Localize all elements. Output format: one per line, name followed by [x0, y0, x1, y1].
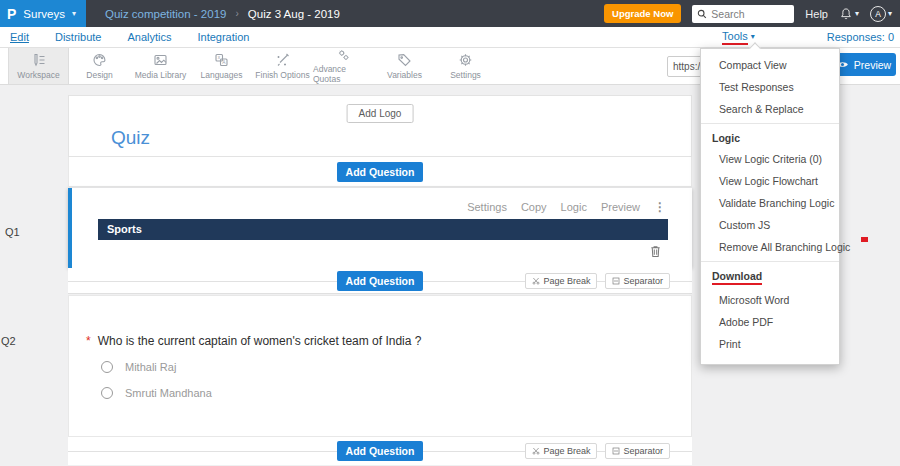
responses-count[interactable]: Responses: 0 [827, 31, 894, 43]
add-question-zone-mid: Add Question Page Break Separator [68, 268, 692, 294]
proprofs-logo-icon: P [7, 6, 16, 22]
question-card-q1[interactable]: Settings Copy Logic Preview ⋮ Sports [68, 188, 692, 268]
question-settings-link[interactable]: Settings [467, 201, 507, 213]
question-text[interactable]: Who is the current captain of women's cr… [98, 334, 422, 348]
menu-item-compact-view[interactable]: Compact View [701, 54, 839, 76]
menu-item-view-logic-flowchart[interactable]: View Logic Flowchart [701, 170, 839, 192]
toolbar-item-settings[interactable]: Settings [435, 48, 496, 84]
nav-right: Tools ▾ Responses: 0 [722, 30, 900, 45]
menu-item-test-responses[interactable]: Test Responses [701, 76, 839, 98]
product-switcher[interactable]: P Surveys ▾ [0, 0, 86, 27]
toolbar-item-languages[interactable]: xA Languages [191, 48, 252, 84]
chevron-right-icon: › [235, 8, 238, 19]
divider [701, 261, 839, 262]
tab-integration[interactable]: Integration [197, 31, 249, 43]
menu-item-custom-js[interactable]: Custom JS [701, 214, 839, 236]
question-copy-link[interactable]: Copy [521, 201, 547, 213]
page-break-button[interactable]: Page Break [525, 273, 597, 289]
add-question-zone-bottom: Add Question Page Break Separator [68, 437, 692, 465]
menu-item-microsoft-word[interactable]: Microsoft Word [701, 289, 839, 311]
avatar: A [870, 6, 886, 22]
add-question-button[interactable]: Add Question [337, 271, 424, 291]
image-icon [152, 52, 169, 68]
help-link[interactable]: Help [805, 8, 828, 20]
scissors-icon [532, 277, 540, 285]
radio-button[interactable] [101, 361, 113, 373]
toolbar-item-variables[interactable]: Variables [374, 48, 435, 84]
tab-analytics[interactable]: Analytics [127, 31, 171, 43]
search-input[interactable] [711, 8, 789, 20]
separator-button[interactable]: Separator [605, 443, 670, 459]
add-logo-button[interactable]: Add Logo [347, 104, 414, 123]
breadcrumb: Quiz competition - 2019 › Quiz 3 Aug - 2… [105, 8, 340, 20]
bell-icon [839, 7, 853, 21]
caret-down-icon: ▾ [888, 10, 892, 18]
notifications-menu[interactable]: ▾ [839, 7, 859, 21]
option-label[interactable]: Smruti Mandhana [125, 387, 212, 399]
question-actions: Settings Copy Logic Preview ⋮ [467, 200, 666, 214]
question-logic-link[interactable]: Logic [561, 201, 587, 213]
toolbar-item-label: Languages [200, 70, 242, 80]
separator-icon [612, 277, 620, 285]
menu-section-logic: Logic [701, 127, 839, 148]
break-buttons: Page Break Separator [525, 273, 670, 289]
tools-label: Tools [722, 30, 748, 45]
tab-distribute[interactable]: Distribute [55, 31, 101, 43]
account-menu[interactable]: A ▾ [870, 6, 892, 22]
section-title-bar[interactable]: Sports [98, 219, 668, 240]
toolbar-item-finish-options[interactable]: Finish Options [252, 48, 313, 84]
search-icon [697, 9, 707, 19]
add-question-button[interactable]: Add Question [337, 441, 424, 461]
gear-icon [457, 52, 474, 68]
page-break-label: Page Break [543, 446, 590, 456]
caret-down-icon: ▾ [72, 10, 76, 18]
add-question-zone-top: Add Question [68, 157, 692, 187]
caret-down-icon: ▾ [855, 10, 859, 18]
page-break-button[interactable]: Page Break [525, 443, 597, 459]
option-label[interactable]: Mithali Raj [125, 361, 176, 373]
survey-panel: Add Logo Quiz Add Question Settings Copy… [68, 95, 692, 465]
tools-dropdown-menu: Compact View Test Responses Search & Rep… [700, 48, 840, 365]
survey-title[interactable]: Quiz [111, 127, 150, 149]
menu-item-remove-branching-logic[interactable]: Remove All Branching Logic [701, 236, 839, 258]
break-buttons: Page Break Separator [525, 443, 670, 459]
toolbar-item-design[interactable]: Design [69, 48, 130, 84]
menu-item-adobe-pdf[interactable]: Adobe PDF [701, 311, 839, 333]
translate-icon: xA [213, 52, 230, 68]
question-preview-link[interactable]: Preview [601, 201, 640, 213]
toolbar-item-label: Design [86, 70, 112, 80]
palette-icon [91, 52, 108, 68]
menu-item-search-replace[interactable]: Search & Replace [701, 98, 839, 120]
delete-question-button[interactable] [649, 244, 662, 262]
more-options-icon[interactable]: ⋮ [654, 200, 666, 214]
tab-edit[interactable]: Edit [10, 31, 29, 43]
radio-button[interactable] [101, 387, 113, 399]
survey-nav: Edit Distribute Analytics Integration To… [0, 27, 900, 48]
global-search [692, 5, 794, 23]
answer-option: Mithali Raj [101, 361, 176, 373]
menu-item-validate-branching-logic[interactable]: Validate Branching Logic [701, 192, 839, 214]
annotation-red-dot [861, 237, 868, 242]
question-card-q2[interactable]: * Who is the current captain of women's … [68, 295, 692, 437]
menu-item-print[interactable]: Print [701, 333, 839, 355]
gears-icon [335, 48, 352, 62]
breadcrumb-parent[interactable]: Quiz competition - 2019 [105, 8, 226, 20]
add-question-button[interactable]: Add Question [337, 162, 424, 182]
product-name: Surveys [23, 8, 65, 20]
toolbar-item-media-library[interactable]: Media Library [130, 48, 191, 84]
breadcrumb-current: Quiz 3 Aug - 2019 [248, 8, 340, 20]
page-break-label: Page Break [543, 276, 590, 286]
menu-section-download: Download [701, 265, 839, 289]
divider [701, 123, 839, 124]
toolbar-item-advance-quotas[interactable]: Advance Quotas [313, 48, 374, 84]
preview-label: Preview [854, 59, 891, 71]
trash-icon [649, 244, 662, 258]
toolbar-item-workspace[interactable]: Workspace [8, 48, 69, 84]
preview-button[interactable]: Preview [831, 53, 896, 76]
separator-button[interactable]: Separator [605, 273, 670, 289]
toolbar-item-label: Advance Quotas [313, 64, 374, 84]
tools-menu-trigger[interactable]: Tools ▾ [722, 30, 755, 45]
upgrade-now-button[interactable]: Upgrade Now [604, 4, 681, 23]
menu-item-view-logic-criteria[interactable]: View Logic Criteria (0) [701, 148, 839, 170]
scissors-icon [532, 447, 540, 455]
